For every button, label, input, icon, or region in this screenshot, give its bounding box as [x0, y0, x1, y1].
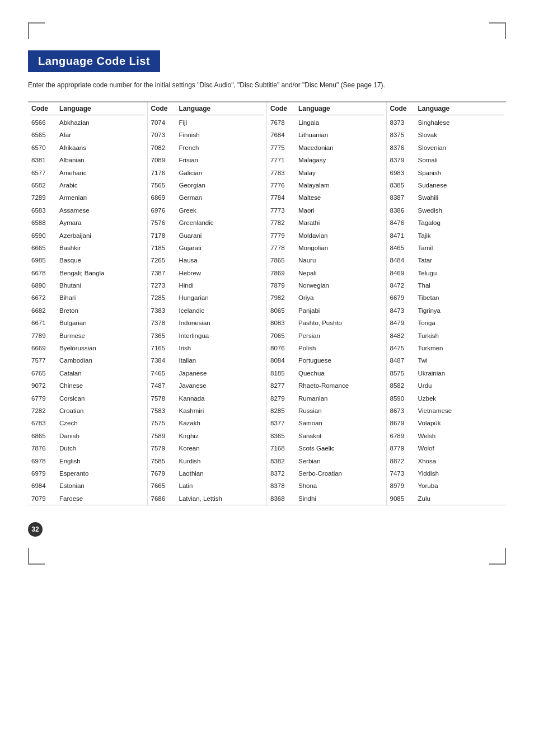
table-row: 8376Slovenian [389, 142, 504, 154]
column-4: CodeLanguage8373Singhalese8375Slovak8376… [387, 102, 507, 505]
table-row: 8476Tagalog [389, 217, 504, 229]
code-cell: 8285 [270, 406, 298, 416]
table-row: 7879Norwegian [269, 279, 384, 292]
code-cell: 8673 [390, 406, 418, 416]
language-cell: Macedonian [298, 143, 383, 153]
code-cell: 8872 [390, 456, 418, 466]
table-row: 8185Quechua [269, 367, 384, 379]
language-cell: Azerbaijani [59, 231, 144, 241]
language-cell: Malay [298, 168, 383, 178]
table-row: 8083Pashto, Pushto [269, 317, 384, 329]
table-row: 6577Ameharic [30, 167, 145, 179]
language-cell: Greek [179, 205, 264, 215]
code-cell: 7082 [151, 143, 179, 153]
language-cell: Assamese [59, 205, 144, 215]
table-row: 6570Afrikaans [30, 142, 145, 154]
code-cell: 8375 [390, 130, 418, 140]
language-cell: Portuguese [298, 355, 383, 365]
table-row: 7073Finnish [150, 129, 265, 141]
language-cell: Lingala [298, 118, 383, 128]
table-row: 7771Malagasy [269, 154, 384, 166]
code-cell: 6590 [31, 231, 59, 241]
code-cell: 8381 [31, 155, 59, 165]
language-cell: Zulu [418, 494, 503, 504]
language-cell: Swahili [418, 192, 503, 203]
code-cell: 8465 [390, 243, 418, 253]
table-row: 8377Samoan [269, 417, 384, 429]
language-cell: Welsh [418, 431, 503, 441]
table-row: 7665Latin [150, 480, 265, 492]
table-row: 8473Tigrinya [389, 304, 504, 317]
language-cell: Ameharic [59, 168, 144, 178]
table-row: 6779Corsican [30, 392, 145, 405]
table-row: 8279Rumanian [269, 392, 384, 405]
language-cell: Arabic [59, 180, 144, 190]
code-cell: 6679 [390, 293, 418, 303]
language-cell: Cambodian [59, 355, 144, 365]
table-row: 7776Malayalam [269, 179, 384, 191]
table-row: 7289Armenian [30, 191, 145, 204]
language-cell: Bengali; Bangla [59, 268, 144, 278]
code-cell: 9085 [390, 494, 418, 504]
language-cell: Panjabi [298, 306, 383, 316]
code-cell: 8065 [270, 306, 298, 316]
table-row: 6983Spanish [389, 167, 504, 179]
code-cell: 7585 [151, 456, 179, 466]
code-cell: 8473 [390, 306, 418, 316]
table-row: 7185Gujarati [150, 242, 265, 254]
language-cell: Basque [59, 255, 144, 265]
language-cell: Greenlandic [179, 218, 264, 228]
language-cell: Kazakh [179, 418, 264, 428]
code-cell: 8482 [390, 331, 418, 341]
table-row: 7783Malay [269, 167, 384, 179]
code-cell: 6890 [31, 280, 59, 290]
language-cell: Vietnamese [418, 406, 503, 416]
table-row: 8365Sanskrit [269, 430, 384, 442]
code-cell: 6865 [31, 431, 59, 441]
language-cell: Sudanese [418, 180, 503, 190]
language-cell: Kirghiz [179, 431, 264, 441]
language-cell: Tagalog [418, 218, 503, 228]
language-cell: Latvian, Lettish [179, 494, 264, 504]
column-3: CodeLanguage7678Lingala7684Lithuanian777… [267, 102, 387, 505]
code-cell: 7176 [151, 168, 179, 178]
language-cell: Rhaeto-Romance [298, 381, 383, 391]
language-cell: Kurdish [179, 456, 264, 466]
code-cell: 8387 [390, 192, 418, 203]
table-row: 7784Maltese [269, 191, 384, 204]
language-cell: Japanese [179, 368, 264, 378]
language-cell: Byelorussian [59, 343, 144, 353]
table-row: 8378Shona [269, 480, 384, 492]
code-cell: 8365 [270, 431, 298, 441]
table-row: 7579Korean [150, 442, 265, 454]
code-cell: 8679 [390, 418, 418, 428]
table-row: 8373Singhalese [389, 116, 504, 129]
table-row: 8979Yoruba [389, 480, 504, 492]
code-cell: 6665 [31, 243, 59, 253]
code-cell: 6976 [151, 205, 179, 215]
col-header-2: CodeLanguage [150, 102, 265, 115]
language-cell: Aymara [59, 218, 144, 228]
table-row: 6590Azerbaijani [30, 229, 145, 242]
code-cell: 8484 [390, 255, 418, 265]
col-header-3: CodeLanguage [269, 102, 384, 115]
code-cell: 7778 [270, 243, 298, 253]
table-row: 8465Tamil [389, 242, 504, 254]
table-row: 8382Serbian [269, 455, 384, 467]
table-row: 7876Dutch [30, 442, 145, 454]
language-cell: Danish [59, 431, 144, 441]
table-row: 7082French [150, 142, 265, 154]
language-cell: Polish [298, 343, 383, 353]
language-cell: Burmese [59, 331, 144, 341]
language-cell: Samoan [298, 418, 383, 428]
code-cell: 6582 [31, 180, 59, 190]
code-cell: 7165 [151, 343, 179, 353]
table-row: 7684Lithuanian [269, 129, 384, 141]
code-cell: 7473 [390, 468, 418, 478]
table-row: 8379Somali [389, 154, 504, 166]
code-cell: 8377 [270, 418, 298, 428]
code-cell: 6983 [390, 168, 418, 178]
code-cell: 7776 [270, 180, 298, 190]
language-cell: Nauru [298, 255, 383, 265]
table-row: 7578Kannada [150, 392, 265, 405]
